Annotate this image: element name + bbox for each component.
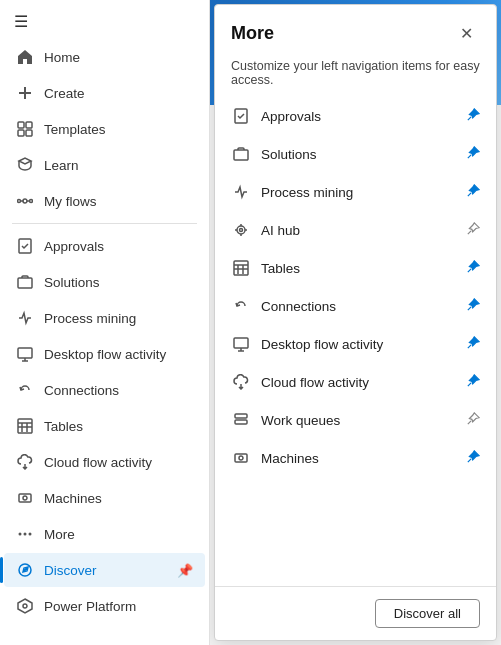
more-panel-item-process-mining[interactable]: Process mining: [219, 173, 492, 211]
pin-icon-connections[interactable]: [467, 298, 480, 314]
tables-icon: [231, 258, 251, 278]
svg-point-22: [240, 229, 243, 232]
desktop-flow-icon: [231, 334, 251, 354]
sidebar-label-solutions: Solutions: [44, 275, 100, 290]
svg-point-28: [239, 456, 243, 460]
more-panel-item-machines[interactable]: Machines: [219, 439, 492, 477]
sidebar-label-more: More: [44, 527, 75, 542]
sidebar-item-machines[interactable]: Machines: [4, 481, 205, 515]
connections-icon: [231, 296, 251, 316]
sidebar-item-home[interactable]: Home: [4, 40, 205, 74]
machines-icon: [231, 448, 251, 468]
sidebar-item-solutions[interactable]: Solutions: [4, 265, 205, 299]
more-item-label-machines: Machines: [261, 451, 457, 466]
pin-icon-solutions[interactable]: [467, 146, 480, 162]
machines-icon: [16, 489, 34, 507]
more-panel-item-approvals[interactable]: Approvals: [219, 97, 492, 135]
svg-point-15: [29, 533, 32, 536]
more-panel-item-desktop-flow[interactable]: Desktop flow activity: [219, 325, 492, 363]
sidebar-label-tables: Tables: [44, 419, 83, 434]
cloud-flow-icon: [16, 453, 34, 471]
discover-pin-icon: 📌: [177, 563, 193, 578]
sidebar-item-process-mining[interactable]: Process mining: [4, 301, 205, 335]
more-panel-item-cloud-flow[interactable]: Cloud flow activity: [219, 363, 492, 401]
more-item-label-ai-hub: AI hub: [261, 223, 457, 238]
svg-point-6: [30, 200, 33, 203]
svg-rect-24: [234, 338, 248, 348]
more-item-label-approvals: Approvals: [261, 109, 457, 124]
sidebar-label-process-mining: Process mining: [44, 311, 136, 326]
more-item-label-connections: Connections: [261, 299, 457, 314]
sidebar-item-cloud-flow[interactable]: Cloud flow activity: [4, 445, 205, 479]
pin-icon-process-mining[interactable]: [467, 184, 480, 200]
more-panel-footer: Discover all: [215, 586, 496, 640]
pin-icon-work-queues[interactable]: [467, 412, 480, 428]
sidebar: ☰ Home Create Templates Learn My flows: [0, 0, 210, 645]
svg-point-5: [18, 200, 21, 203]
sidebar-item-templates[interactable]: Templates: [4, 112, 205, 146]
svg-rect-23: [234, 261, 248, 275]
svg-rect-25: [235, 414, 247, 418]
svg-rect-9: [18, 348, 32, 358]
connections-icon: [16, 381, 34, 399]
more-panel: More ✕ Customize your left navigation it…: [214, 4, 497, 641]
plus-icon: [16, 84, 34, 102]
sidebar-item-create[interactable]: Create: [4, 76, 205, 110]
more-panel-item-solutions[interactable]: Solutions: [219, 135, 492, 173]
sidebar-label-machines: Machines: [44, 491, 102, 506]
sidebar-label-templates: Templates: [44, 122, 106, 137]
pin-icon-desktop-flow[interactable]: [467, 336, 480, 352]
sidebar-item-tables[interactable]: Tables: [4, 409, 205, 443]
svg-point-12: [23, 496, 27, 500]
more-dots-icon: [16, 525, 34, 543]
more-item-label-cloud-flow: Cloud flow activity: [261, 375, 457, 390]
more-panel-item-ai-hub[interactable]: AI hub: [219, 211, 492, 249]
approvals-icon: [16, 237, 34, 255]
sidebar-item-approvals[interactable]: Approvals: [4, 229, 205, 263]
sidebar-label-connections: Connections: [44, 383, 119, 398]
more-panel-item-work-queues[interactable]: Work queues: [219, 401, 492, 439]
power-platform-icon: [16, 597, 34, 615]
process-mining-icon: [231, 182, 251, 202]
pin-icon-machines[interactable]: [467, 450, 480, 466]
svg-rect-10: [18, 419, 32, 433]
main-content: Discover all More ✕ Customize your left …: [210, 0, 501, 645]
sidebar-item-more[interactable]: More: [4, 517, 205, 551]
pin-icon-approvals[interactable]: [467, 108, 480, 124]
sidebar-label-power-platform: Power Platform: [44, 599, 136, 614]
sidebar-item-learn[interactable]: Learn: [4, 148, 205, 182]
hamburger-button[interactable]: ☰: [0, 4, 209, 39]
tables-icon: [16, 417, 34, 435]
svg-point-4: [23, 199, 27, 203]
svg-rect-0: [18, 122, 24, 128]
svg-rect-3: [26, 130, 32, 136]
cloud-flow-icon: [231, 372, 251, 392]
svg-rect-1: [26, 122, 32, 128]
more-item-label-work-queues: Work queues: [261, 413, 457, 428]
svg-rect-2: [18, 130, 24, 136]
discover-all-button[interactable]: Discover all: [375, 599, 480, 628]
sidebar-item-power-platform[interactable]: Power Platform: [4, 589, 205, 623]
more-panel-header: More ✕: [215, 5, 496, 55]
discover-icon: [16, 561, 34, 579]
home-icon: [16, 48, 34, 66]
more-item-label-solutions: Solutions: [261, 147, 457, 162]
desktop-flow-icon: [16, 345, 34, 363]
sidebar-item-desktop-flow[interactable]: Desktop flow activity: [4, 337, 205, 371]
sidebar-item-my-flows[interactable]: My flows: [4, 184, 205, 218]
solutions-icon: [16, 273, 34, 291]
svg-rect-11: [19, 494, 31, 502]
pin-icon-tables[interactable]: [467, 260, 480, 276]
svg-rect-26: [235, 420, 247, 424]
more-panel-item-connections[interactable]: Connections: [219, 287, 492, 325]
svg-rect-8: [18, 278, 32, 288]
sidebar-label-create: Create: [44, 86, 85, 101]
sidebar-item-discover[interactable]: Discover 📌: [4, 553, 205, 587]
pin-icon-cloud-flow[interactable]: [467, 374, 480, 390]
sidebar-item-connections[interactable]: Connections: [4, 373, 205, 407]
more-panel-close-button[interactable]: ✕: [452, 19, 480, 47]
pin-icon-ai-hub[interactable]: [467, 222, 480, 238]
learn-icon: [16, 156, 34, 174]
approvals-icon: [231, 106, 251, 126]
more-panel-item-tables[interactable]: Tables: [219, 249, 492, 287]
